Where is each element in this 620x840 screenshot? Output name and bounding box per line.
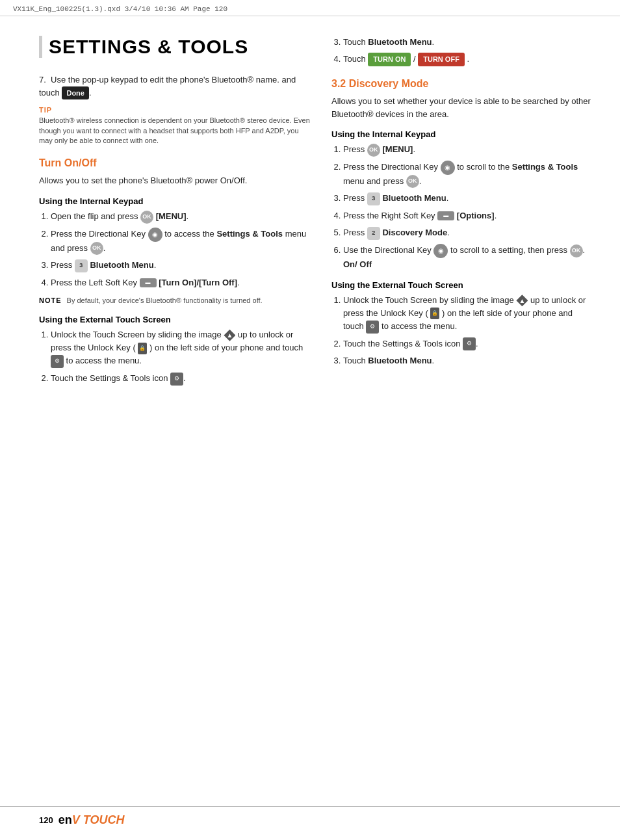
page-footer: 120 enV TOUCH: [0, 806, 620, 827]
list-item: Press the Left Soft Key ▬ [Turn On]/[Tur…: [51, 276, 312, 289]
ok-icon-4: OK: [406, 175, 419, 188]
directional-key-icon: ◉: [148, 228, 162, 242]
lock-side-icon: 🔒: [138, 343, 147, 354]
brand-logo: enV TOUCH: [58, 813, 125, 827]
turn-on-off-right-list: Touch Bluetooth Menu. Touch TURN ON / TU…: [343, 36, 594, 66]
internal-keypad-list: Open the flip and press OK [MENU]. Press…: [51, 210, 312, 289]
ok-icon: OK: [140, 211, 153, 224]
list-item: Press 2 Discovery Mode.: [343, 226, 594, 240]
left-column: SETTINGS & TOOLS 7. Use the pop-up keypa…: [39, 36, 312, 392]
header-text: VX11K_Eng_100225(1.3).qxd 3/4/10 10:36 A…: [13, 5, 227, 13]
item7-text: 7. Use the pop-up keypad to edit the pho…: [39, 73, 312, 99]
ok-icon-2: OK: [90, 242, 103, 255]
right-column: Touch Bluetooth Menu. Touch TURN ON / TU…: [331, 36, 594, 392]
num3-icon: 3: [75, 259, 88, 272]
list-item: Press the Directional Key ◉ to scroll to…: [343, 161, 594, 189]
up-arrow-icon: ▲: [224, 330, 235, 341]
tip-label: TIP: [39, 106, 312, 114]
list-item: Touch TURN ON / TURN OFF .: [343, 53, 594, 66]
done-button[interactable]: Done: [62, 86, 89, 100]
note-text: By default, your device's Bluetooth® fun…: [67, 296, 263, 306]
tip-text: Bluetooth® wireless connection is depend…: [39, 116, 312, 146]
list-item: Touch Bluetooth Menu.: [343, 36, 594, 49]
settings-icon-small-2: ⚙: [170, 373, 183, 386]
turn-off-button[interactable]: TURN OFF: [418, 53, 465, 66]
list-item: Unlock the Touch Screen by sliding the i…: [343, 294, 594, 334]
page-header: VX11K_Eng_100225(1.3).qxd 3/4/10 10:36 A…: [0, 0, 620, 16]
list-item: Touch the Settings & Tools icon ⚙.: [343, 337, 594, 351]
discovery-internal-keypad-list: Press OK [MENU]. Press the Directional K…: [343, 143, 594, 271]
turn-on-off-heading: Turn On/Off: [39, 157, 312, 169]
list-item: Press 3 Bluetooth Menu.: [343, 192, 594, 205]
discovery-mode-desc: Allows you to set whether your device is…: [331, 95, 594, 120]
external-touch-heading-left: Using the External Touch Screen: [39, 315, 312, 324]
settings-icon-small: ⚙: [51, 355, 64, 368]
settings-icon-4: ⚙: [463, 337, 476, 350]
list-item: Open the flip and press OK [MENU].: [51, 210, 312, 224]
discovery-mode-heading: 3.2 Discovery Mode: [331, 78, 594, 90]
list-item: Touch the Settings & Tools icon ⚙.: [51, 372, 312, 386]
list-item: Press 3 Bluetooth Menu.: [51, 259, 312, 272]
directional-key-icon-3: ◉: [433, 244, 448, 258]
note-box: NOTE By default, your device's Bluetooth…: [39, 296, 312, 306]
list-item: Press OK [MENU].: [343, 143, 594, 157]
list-item: Press the Right Soft Key ▬ [Options].: [343, 209, 594, 222]
ok-icon-3: OK: [367, 144, 380, 157]
soft-key-icon: ▬: [140, 278, 157, 287]
settings-icon-3: ⚙: [366, 321, 379, 334]
discovery-external-touch-heading: Using the External Touch Screen: [331, 280, 594, 290]
external-touch-list-left: Unlock the Touch Screen by sliding the i…: [51, 328, 312, 385]
turn-on-off-desc: Allows you to set the phone's Bluetooth®…: [39, 174, 312, 187]
list-item: Unlock the Touch Screen by sliding the i…: [51, 328, 312, 368]
up-arrow-icon-2: ▲: [516, 295, 528, 306]
internal-keypad-heading: Using the Internal Keypad: [39, 196, 312, 206]
ok-icon-5: OK: [570, 244, 583, 257]
list-item: Press the Directional Key ◉ to access th…: [51, 228, 312, 256]
list-item: Touch Bluetooth Menu.: [343, 354, 594, 367]
list-item: Use the Directional Key ◉ to scroll to a…: [343, 244, 594, 271]
page-number: 120: [39, 815, 53, 825]
discovery-internal-keypad-heading: Using the Internal Keypad: [331, 129, 594, 139]
lock-side-icon-2: 🔒: [430, 308, 439, 319]
soft-key-right-icon: ▬: [437, 211, 454, 220]
num2-icon: 2: [367, 227, 380, 240]
discovery-external-touch-list: Unlock the Touch Screen by sliding the i…: [343, 294, 594, 368]
directional-key-icon-2: ◉: [441, 161, 455, 175]
turn-on-button[interactable]: TURN ON: [368, 53, 411, 66]
num3-icon-2: 3: [367, 192, 380, 205]
page-title: SETTINGS & TOOLS: [39, 36, 312, 58]
note-label: NOTE: [39, 296, 62, 304]
tip-box: TIP Bluetooth® wireless connection is de…: [39, 106, 312, 146]
